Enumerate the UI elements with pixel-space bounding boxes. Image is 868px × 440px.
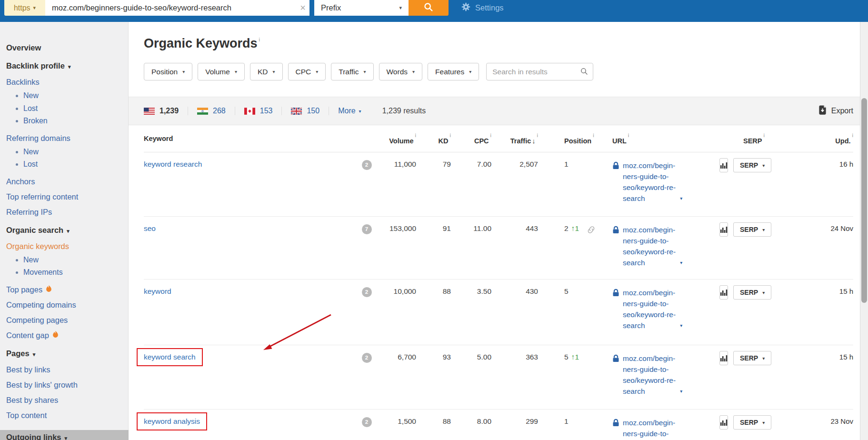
sidebar-item-organic-keywords[interactable]: Organic keywords [6,239,128,254]
keyword-group-badge[interactable]: 2 [362,417,372,427]
export-file-icon [818,105,827,117]
sidebar-item-backlinks[interactable]: Backlinks [6,74,128,90]
sidebar-item-top-content[interactable]: Top content [6,408,128,423]
keyword-group-badge[interactable]: 2 [362,160,372,170]
keyword-link[interactable]: keyword research [144,160,202,168]
sidebar-item-anchors[interactable]: Anchors [6,174,128,189]
sidebar-item-movements[interactable]: Movements [6,266,128,279]
caret-down-icon[interactable]: ▾ [680,257,682,268]
sidebar-item-referring-ips[interactable]: Referring IPs [6,204,128,220]
serp-dropdown-button[interactable]: SERP▾ [733,351,771,365]
caret-down-icon: ▾ [399,5,402,11]
search-in-results-input[interactable] [486,63,593,80]
url-link[interactable]: moz.com/begin- ners-guide-to- [623,417,675,439]
scrollbar-thumb[interactable] [861,98,867,303]
clear-input-icon[interactable]: × [296,0,309,16]
sidebar-item-top-pages[interactable]: Top pages [6,282,128,297]
sidebar-item-best-by-links-growth[interactable]: Best by links' growth [6,377,128,392]
sidebar-item-organic-keywords-new[interactable]: New [6,254,128,267]
col-header-volume[interactable]: Volumei [376,132,416,145]
filter-kd-button[interactable]: KD▾ [250,63,283,80]
col-header-position[interactable]: Positioni [538,132,583,145]
keyword-group-badge[interactable]: 2 [362,287,372,297]
mode-dropdown[interactable]: Prefix ▾ [314,0,409,16]
sidebar-item-refdomains-lost[interactable]: Lost [6,158,128,171]
flame-icon [46,282,52,297]
country-filter-gb[interactable]: 150 [291,107,329,115]
more-countries-button[interactable]: More▾ [338,107,361,115]
search-button[interactable] [409,0,449,16]
position-history-chart-button[interactable] [719,222,728,237]
caret-down-icon[interactable]: ▾ [680,320,682,331]
export-button[interactable]: Export [818,105,853,117]
sidebar-item-backlinks-broken[interactable]: Broken [6,115,128,128]
caret-down-icon[interactable]: ▾ [680,386,682,397]
sidebar-item-top-referring-content[interactable]: Top referring content [6,189,128,204]
sidebar-item-backlinks-new[interactable]: New [6,90,128,102]
sidebar-item-backlinks-lost[interactable]: Lost [6,102,128,115]
sidebar-item-outgoing-links[interactable]: Outgoing links▾ [0,430,129,440]
country-filter-us[interactable]: 1,239 [144,107,188,115]
url-link[interactable]: moz.com/begin- ners-guide-to- seo/keywor… [623,160,676,204]
table-header-row: Keyword Volumei KDi CPCi Traffic↓i Posit… [144,125,853,152]
serp-dropdown-button[interactable]: SERP▾ [733,222,771,237]
sidebar-item-best-by-shares[interactable]: Best by shares [6,392,128,408]
sidebar-item-content-gap[interactable]: Content gap [6,328,128,343]
url-link[interactable]: moz.com/begin- ners-guide-to- seo/keywor… [623,353,676,397]
protocol-dropdown[interactable]: https ▾ [4,0,45,16]
sidebar-item-best-by-links[interactable]: Best by links [6,362,128,377]
serp-dropdown-button[interactable]: SERP▾ [733,415,771,430]
settings-button[interactable]: Settings [461,0,504,16]
filter-position-button[interactable]: Position▾ [144,63,192,80]
position-history-chart-button[interactable] [719,415,728,430]
vertical-scrollbar[interactable] [860,22,868,440]
filter-words-button[interactable]: Words▾ [379,63,423,80]
sidebar-item-overview[interactable]: Overview [6,40,128,55]
keyword-link[interactable]: keyword analysis [144,417,200,425]
caret-down-icon[interactable]: ▾ [680,193,682,204]
keyword-group-badge[interactable]: 2 [362,353,372,363]
serp-dropdown-button[interactable]: SERP▾ [733,285,771,300]
caret-down-icon: ▾ [762,420,765,425]
url-cell: moz.com/begin- ners-guide-to- seo/keywor… [600,287,691,331]
traffic-cell: 443 [491,224,538,233]
url-link[interactable]: moz.com/begin- ners-guide-to- seo/keywor… [623,287,676,331]
keyword-link[interactable]: seo [144,224,156,232]
serp-dropdown-button[interactable]: SERP▾ [733,158,771,172]
sidebar-item-competing-domains[interactable]: Competing domains [6,297,128,312]
filter-features-button[interactable]: Features▾ [428,63,479,80]
sidebar-item-referring-domains[interactable]: Referring domains [6,130,128,146]
url-link[interactable]: moz.com/begin- ners-guide-to- seo/keywor… [623,224,676,268]
filter-volume-button[interactable]: Volume▾ [198,63,245,80]
link-icon[interactable] [586,228,596,236]
filter-traffic-button[interactable]: Traffic▾ [331,63,373,80]
col-header-cpc[interactable]: CPCi [451,132,491,145]
keyword-group-badge[interactable]: 7 [362,224,372,234]
search-icon [580,67,589,76]
sidebar-item-backlink-profile[interactable]: Backlink profile▾ [6,58,128,74]
mode-label: Prefix [321,3,341,12]
position-history-chart-button[interactable] [719,351,728,365]
col-header-traffic[interactable]: Traffic↓i [491,132,538,145]
updated-cell: 16 h [767,160,853,168]
country-filter-ca[interactable]: 153 [244,107,282,115]
sidebar-item-organic-search[interactable]: Organic search▾ [6,222,128,239]
col-header-upd[interactable]: Upd.i [767,132,853,145]
caret-down-icon: ▾ [762,356,765,361]
position-history-chart-button[interactable] [719,285,728,300]
filter-cpc-button[interactable]: CPC▾ [288,63,326,80]
col-header-kd[interactable]: KDi [416,132,451,145]
col-header-url[interactable]: URLi [600,132,691,145]
lock-icon [612,226,619,236]
sidebar-item-competing-pages[interactable]: Competing pages [6,312,128,328]
caret-down-icon: ▾ [33,351,36,357]
keyword-link[interactable]: keyword [144,287,171,295]
traffic-cell: 363 [491,353,538,361]
keyword-link[interactable]: keyword search [144,353,196,361]
col-header-keyword[interactable]: Keyword [144,135,357,142]
sidebar-item-refdomains-new[interactable]: New [6,146,128,159]
sidebar-item-pages[interactable]: Pages▾ [6,346,128,362]
target-url-input[interactable] [45,0,309,16]
position-history-chart-button[interactable] [719,158,728,172]
country-filter-in[interactable]: 268 [197,107,235,115]
